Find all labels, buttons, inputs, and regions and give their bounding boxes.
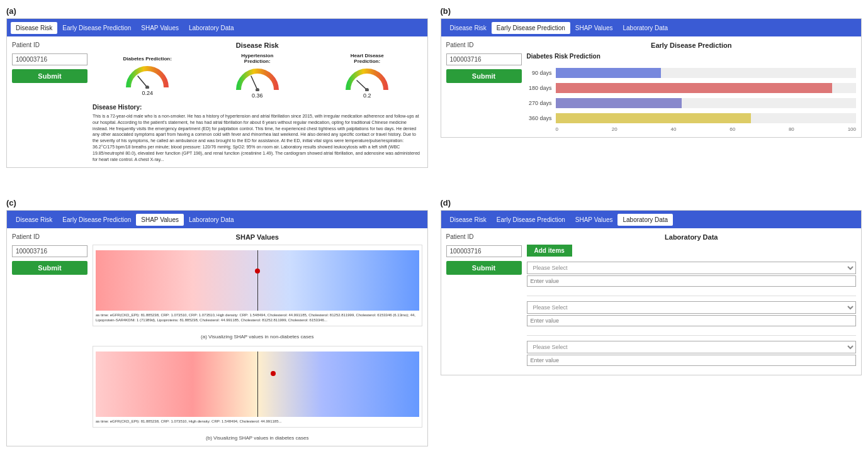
- tab-b-early-disease[interactable]: Early Disease Prediction: [492, 22, 570, 34]
- tab-d-lab[interactable]: Laboratory Data: [617, 214, 673, 226]
- patient-id-input-a[interactable]: [12, 53, 87, 65]
- lab-select-1[interactable]: Please Select: [527, 262, 857, 274]
- patient-id-input-d[interactable]: [446, 245, 522, 257]
- tab-c-shap[interactable]: SHAP Values: [136, 214, 184, 226]
- tab-bar-c: Disease Risk Early Disease Prediction SH…: [7, 211, 427, 228]
- disease-history-label: Disease History:: [93, 104, 422, 111]
- x-label-100: 100: [848, 126, 856, 132]
- tab-a-shap[interactable]: SHAP Values: [136, 22, 184, 34]
- gauge-hypertension-label: Hypertension Prediction:: [232, 53, 283, 64]
- tab-b-disease-risk[interactable]: Disease Risk: [445, 22, 492, 34]
- submit-button-c[interactable]: Submit: [12, 261, 87, 275]
- bar-fill-270: [556, 98, 682, 108]
- gauge-heart-value: 0.2: [363, 92, 371, 99]
- tab-a-early-disease[interactable]: Early Disease Prediction: [57, 22, 136, 34]
- tab-d-shap[interactable]: SHAP Values: [570, 214, 618, 226]
- chart-x-labels: 0 20 40 60 80 100: [527, 126, 857, 132]
- add-items-button[interactable]: Add items: [527, 245, 572, 257]
- tab-d-early-disease[interactable]: Early Disease Prediction: [492, 214, 570, 226]
- tab-bar-d: Disease Risk Early Disease Prediction SH…: [441, 211, 862, 228]
- section-title-a: Disease Risk: [93, 42, 422, 49]
- patient-id-input-b[interactable]: [446, 53, 522, 65]
- disease-history-text: This is a 72-year-old male who is a non-…: [93, 113, 422, 162]
- bar-fill-360: [556, 113, 751, 123]
- gauges-row: Diabetes Prediction:: [93, 53, 422, 99]
- svg-line-4: [357, 80, 367, 90]
- gauge-diabetes-label: Diabetes Prediction:: [123, 56, 172, 62]
- panel-b-label: (b): [441, 6, 862, 16]
- bar-track-90: [556, 68, 857, 78]
- divider-1: [527, 296, 857, 296]
- lab-select-3[interactable]: Please Select: [527, 341, 857, 353]
- tab-bar-b: Disease Risk Early Disease Prediction SH…: [441, 19, 862, 36]
- panel-c-label: (c): [6, 198, 428, 208]
- shap-bar-a: [96, 250, 419, 311]
- panel-a-label: (a): [6, 6, 428, 16]
- tab-c-lab[interactable]: Laboratory Data: [184, 214, 239, 226]
- x-label-20: 20: [612, 126, 617, 132]
- lab-item-group-1: Please Select: [527, 262, 857, 287]
- shap-plot-a: as time: eGFR(CKD_EPI): 81.885238, CRP: …: [93, 245, 422, 326]
- shap-center-line-a: [257, 250, 258, 311]
- bar-row-360: 360 days: [527, 113, 857, 123]
- gauge-hypertension-svg: [235, 66, 279, 91]
- tab-c-disease-risk[interactable]: Disease Risk: [11, 214, 57, 226]
- section-title-b: Early Disease Prediction: [527, 42, 857, 49]
- shap-plot-b: as time: eGFR(CKD_EPI): 81.885238, CRP: …: [93, 346, 422, 428]
- bar-track-180: [556, 83, 857, 93]
- bar-track-270: [556, 98, 857, 108]
- tab-a-disease-risk[interactable]: Disease Risk: [11, 22, 57, 34]
- lab-input-3[interactable]: [527, 355, 857, 366]
- patient-id-label-d: Patient ID: [446, 233, 522, 240]
- lab-select-2[interactable]: Please Select: [527, 301, 857, 314]
- tab-a-lab[interactable]: Laboratory Data: [184, 22, 239, 34]
- shap-bar-b: [96, 352, 419, 417]
- section-title-c: SHAP Values: [93, 233, 422, 241]
- svg-line-2: [251, 76, 257, 90]
- lab-section: Add items Please Select Please: [527, 245, 857, 370]
- bar-track-360: [556, 113, 857, 123]
- bar-label-360: 360 days: [527, 115, 552, 121]
- svg-line-0: [138, 76, 147, 87]
- shap-center-line-b: [257, 352, 258, 417]
- tab-b-lab[interactable]: Laboratory Data: [617, 22, 673, 34]
- svg-point-3: [256, 88, 259, 91]
- tab-d-disease-risk[interactable]: Disease Risk: [445, 214, 492, 226]
- panel-d-label: (d): [441, 198, 862, 208]
- bar-row-270: 270 days: [527, 98, 857, 108]
- lab-input-1[interactable]: [527, 275, 857, 287]
- submit-button-a[interactable]: Submit: [12, 69, 87, 83]
- tab-bar-a: Disease Risk Early Disease Prediction SH…: [7, 19, 427, 36]
- patient-id-label-b: Patient ID: [446, 42, 522, 48]
- shap-text-a: as time: eGFR(CKD_EPI): 81.885238, CRP: …: [96, 313, 419, 323]
- shap-container: as time: eGFR(CKD_EPI): 81.885238, CRP: …: [93, 245, 422, 441]
- tab-b-shap[interactable]: SHAP Values: [570, 22, 618, 34]
- divider-2: [527, 335, 857, 336]
- x-label-40: 40: [670, 126, 676, 132]
- bar-label-270: 270 days: [527, 100, 552, 106]
- patient-id-label-c: Patient ID: [12, 233, 87, 240]
- gauge-heart: Heart Disease Prediction:: [342, 53, 392, 99]
- x-label-0: 0: [556, 126, 558, 132]
- shap-caption-b: (b) Visualizing SHAP values in diabetes …: [93, 435, 422, 441]
- tab-c-early-disease[interactable]: Early Disease Prediction: [57, 214, 136, 226]
- x-label-80: 80: [789, 126, 794, 132]
- submit-button-d[interactable]: Submit: [446, 261, 522, 275]
- gauge-heart-label: Heart Disease Prediction:: [342, 53, 392, 64]
- patient-id-input-c[interactable]: [12, 245, 87, 257]
- bar-label-180: 180 days: [527, 85, 552, 91]
- bar-row-90: 90 days: [527, 68, 857, 78]
- lab-item-group-2: Please Select: [527, 301, 857, 326]
- bar-fill-90: [556, 68, 661, 78]
- shap-text-b: as time: eGFR(CKD_EPI): 81.885238, CRP: …: [96, 419, 419, 424]
- gauge-heart-svg: [345, 66, 389, 91]
- chart-title-b: Diabetes Risk Prediction: [527, 53, 857, 60]
- section-title-d: Laboratory Data: [527, 233, 857, 241]
- bar-row-180: 180 days: [527, 83, 857, 93]
- lab-item-group-3: Please Select: [527, 341, 857, 366]
- lab-input-2[interactable]: [527, 315, 857, 326]
- x-label-60: 60: [730, 126, 735, 132]
- submit-button-b[interactable]: Submit: [446, 69, 522, 83]
- patient-id-label-a: Patient ID: [12, 42, 87, 48]
- gauge-diabetes-value: 0.24: [142, 90, 153, 96]
